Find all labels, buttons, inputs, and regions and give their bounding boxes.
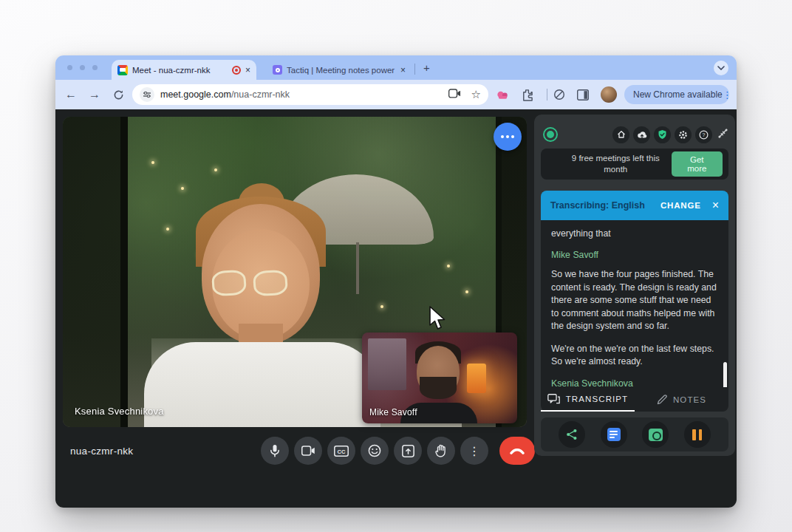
profile-avatar[interactable] xyxy=(601,86,617,103)
tab-title: Tactiq | Meeting notes power xyxy=(282,66,400,75)
screenshot-button[interactable] xyxy=(642,421,669,448)
meet-controls: CC ⋮ xyxy=(261,437,535,465)
raise-hand-button[interactable] xyxy=(427,437,455,465)
help-icon[interactable]: ? xyxy=(695,126,712,143)
pause-icon xyxy=(692,429,702,440)
recording-indicator-icon xyxy=(232,66,241,75)
browser-window: Meet - nua-czmr-nkk × Tactiq | Meeting n… xyxy=(55,55,737,508)
participant-name-label: Mike Savoff xyxy=(369,407,417,417)
mouse-cursor xyxy=(429,306,446,331)
end-call-button[interactable] xyxy=(499,437,535,465)
settings-gear-icon[interactable] xyxy=(675,126,692,143)
shield-check-icon[interactable] xyxy=(654,126,671,143)
svg-text:?: ? xyxy=(703,132,706,137)
camera-icon xyxy=(649,429,663,441)
extension-pink-icon[interactable] xyxy=(496,80,510,109)
transcribing-label: Transcribing: English xyxy=(550,200,645,211)
more-options-button[interactable]: ⋮ xyxy=(460,437,488,465)
browser-toolbar: ← → meet.google.com/nua-czmr-nkk ☆ xyxy=(55,80,737,109)
get-more-button[interactable]: Get more xyxy=(672,151,723,177)
close-banner-icon[interactable]: × xyxy=(712,200,719,211)
change-language-button[interactable]: CHANGE xyxy=(660,201,701,210)
tab-strip: Meet - nua-czmr-nkk × Tactiq | Meeting n… xyxy=(55,55,737,80)
participant-ksenia xyxy=(144,183,380,427)
update-menu-icon[interactable]: ⋮ xyxy=(723,89,732,100)
tactiq-action-bar xyxy=(541,417,728,451)
tab-title: Meet - nua-czmr-nkk xyxy=(128,66,232,75)
pencil-icon xyxy=(657,395,667,405)
back-icon[interactable]: ← xyxy=(61,80,81,109)
open-notes-doc-button[interactable] xyxy=(601,421,627,448)
chrome-update-button[interactable]: New Chrome available ⋮ xyxy=(624,85,729,104)
url-text: meet.google.com/nua-czmr-nkk xyxy=(160,89,290,100)
captions-button[interactable]: CC xyxy=(327,437,355,465)
window-frame xyxy=(120,117,128,427)
new-tab-button[interactable]: + xyxy=(423,61,430,74)
toolbar-divider xyxy=(547,89,547,100)
tab-notes[interactable]: NOTES xyxy=(635,387,728,412)
tab-separator xyxy=(414,64,415,75)
side-panel-icon[interactable] xyxy=(577,80,589,109)
transcript-card: everything thatMike SavoffSo we have the… xyxy=(541,220,728,387)
reload-icon[interactable] xyxy=(109,80,128,109)
transcribing-banner: Transcribing: English CHANGE × xyxy=(541,191,728,220)
camera-permission-icon[interactable] xyxy=(448,88,461,101)
window-frame xyxy=(63,117,120,427)
tactiq-favicon-icon xyxy=(273,65,282,75)
svg-text:CC: CC xyxy=(338,448,346,454)
fireplace xyxy=(467,364,486,393)
close-tab-icon[interactable]: × xyxy=(400,66,406,75)
pip-video-tile[interactable]: Mike Savoff xyxy=(362,332,517,423)
chat-bubble-button[interactable] xyxy=(494,123,522,151)
doc-icon xyxy=(607,428,621,441)
present-screen-button[interactable] xyxy=(394,437,422,465)
tab-search-chevron-icon[interactable] xyxy=(714,61,728,75)
microphone-button[interactable] xyxy=(261,437,289,465)
transcript-scrollbar[interactable] xyxy=(723,362,727,387)
camera-button[interactable] xyxy=(294,437,322,465)
pause-recording-button[interactable] xyxy=(684,421,711,448)
tab-tactiq[interactable]: Tactiq | Meeting notes power × xyxy=(267,60,412,80)
cloud-upload-icon[interactable] xyxy=(633,126,650,143)
tactiq-logo-icon xyxy=(543,127,558,142)
transcript-text: So we have the four pages finished. The … xyxy=(551,268,718,332)
meetings-left-card: 9 free meetings left this month Get more xyxy=(541,149,728,180)
extensions-puzzle-icon[interactable] xyxy=(521,80,533,109)
transcript-text: everything that xyxy=(551,228,718,240)
close-tab-icon[interactable]: × xyxy=(245,66,250,75)
bookmark-star-icon[interactable]: ☆ xyxy=(471,88,481,101)
window-controls[interactable] xyxy=(67,65,98,70)
tactiq-panel: ? 9 free meetings left this month Get mo… xyxy=(534,115,735,456)
content-blocked-icon[interactable] xyxy=(553,80,565,109)
tab-transcript[interactable]: TRANSCRIPT xyxy=(541,387,635,412)
home-icon[interactable] xyxy=(612,126,629,143)
meeting-code: nua-czmr-nkk xyxy=(70,446,133,457)
transcript-speaker: Ksenia Svechnikova xyxy=(551,378,718,387)
disconnect-icon[interactable] xyxy=(717,128,728,142)
url-bar[interactable]: meet.google.com/nua-czmr-nkk ☆ xyxy=(132,84,488,105)
site-info-icon[interactable] xyxy=(140,87,154,102)
meet-favicon-icon xyxy=(117,65,128,75)
meetings-left-text: 9 free meetings left this month xyxy=(560,153,672,175)
tab-meet[interactable]: Meet - nua-czmr-nkk × xyxy=(112,60,256,80)
share-icon xyxy=(566,429,578,440)
transcript-speaker: Mike Savoff xyxy=(551,250,718,260)
participant-name-label: Ksenia Svechnikova xyxy=(75,406,164,417)
share-button[interactable] xyxy=(559,421,585,448)
forward-icon[interactable]: → xyxy=(85,80,104,109)
pip-window-light xyxy=(368,338,406,390)
reactions-button[interactable] xyxy=(361,437,389,465)
transcript-list: everything thatMike SavoffSo we have the… xyxy=(551,228,718,387)
chat-icon xyxy=(547,394,560,404)
transcript-text: We're on the we're on the last few steps… xyxy=(551,343,718,369)
meet-page: Ksenia Svechnikova Mike Savoff nua-czmr-… xyxy=(55,109,737,508)
